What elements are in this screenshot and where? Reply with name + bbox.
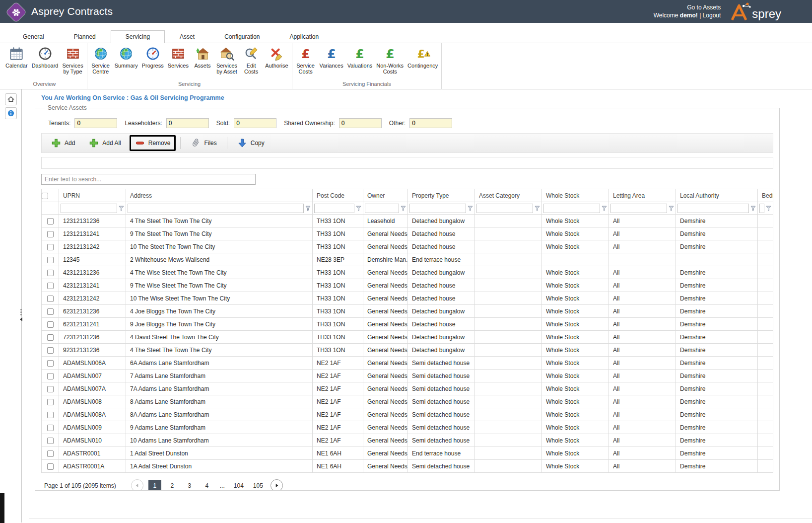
funnel-icon[interactable] [356,206,361,211]
add-button[interactable]: Add [46,135,80,151]
column-header-uprn[interactable]: UPRN [59,189,126,202]
filter-input-letting-area[interactable] [610,204,667,213]
table-row[interactable]: 4231213124210 The Wise Steet The Town Th… [42,292,773,305]
table-row[interactable]: 123121312419 The Steet The Town The City… [42,227,773,240]
ribbon-button-contingency[interactable]: Contingency [406,45,440,70]
panel-splitter[interactable] [17,304,24,326]
row-checkbox[interactable] [47,321,54,328]
row-checkbox[interactable] [47,257,54,263]
ribbon-button-variances[interactable]: Variances [318,45,345,70]
row-checkbox[interactable] [47,334,54,341]
remove-button[interactable]: Remove [130,135,176,151]
row-checkbox[interactable] [47,244,54,250]
row-checkbox[interactable] [47,270,54,276]
funnel-icon[interactable] [669,206,674,211]
copy-button[interactable]: Copy [232,135,270,151]
row-checkbox[interactable] [47,218,54,224]
search-input[interactable] [41,174,256,185]
column-header-whole-stock[interactable]: Whole Stock [542,189,609,202]
add-all-button[interactable]: Add All [83,135,126,151]
column-header-property-type[interactable]: Property Type [408,189,475,202]
table-row[interactable]: 1231213124210 The Steet The Town The Cit… [42,240,773,253]
row-checkbox[interactable] [47,399,54,405]
table-row[interactable]: ADAMSLN0088 Adams Lane StamfordhamNE2 1A… [42,395,773,408]
column-header-address[interactable]: Address [126,189,313,202]
table-row[interactable]: 123121312364 The Steet The Town The City… [42,215,773,227]
ribbon-button-assets[interactable]: Assets [191,45,214,70]
pager-page-2[interactable]: 2 [166,480,179,491]
tab-planned[interactable]: Planned [59,30,111,43]
ribbon-button-service-costs[interactable]: Service Costs [294,45,318,76]
table-row[interactable]: 923121312364 The Steet The Town The City… [42,344,773,357]
table-row[interactable]: ADASTR00011 Adal Street DunstonNE1 6AHGe… [42,447,773,460]
table-row[interactable]: ADAMSLN0077 Adams Lane StamfordhamNE2 1A… [42,370,773,382]
pager-page-105[interactable]: 105 [251,480,266,491]
table-row[interactable]: 423121312419 The Wise Steet The Town The… [42,279,773,292]
row-checkbox[interactable] [47,347,54,354]
row-checkbox[interactable] [47,450,54,457]
column-header-letting-area[interactable]: Letting Area [609,189,676,202]
ribbon-button-summary[interactable]: Summary [113,45,140,70]
ribbon-button-edit-costs[interactable]: Edit Costs [239,45,263,76]
table-row[interactable]: 723121312364 David Street The Town The C… [42,331,773,344]
count-input-sold[interactable] [234,118,276,128]
row-checkbox[interactable] [47,360,54,367]
funnel-icon[interactable] [305,206,311,211]
tab-configuration[interactable]: Configuration [209,30,274,43]
logout-link[interactable]: Logout [703,12,721,19]
home-button[interactable] [5,93,17,105]
ribbon-button-service-centre[interactable]: Service Centre [89,45,113,76]
table-row[interactable]: 123452 Whitehouse Mews WallsendNE28 3EPD… [42,253,773,266]
tab-application[interactable]: Application [275,30,334,43]
ribbon-button-authorise[interactable]: Authorise [263,45,290,70]
row-checkbox[interactable] [47,283,54,289]
info-button[interactable] [5,107,17,119]
column-header-bedro[interactable]: Bedro [758,189,773,202]
pager-page-3[interactable]: 3 [183,480,196,491]
ribbon-button-progress[interactable]: Progress [140,45,166,70]
tab-general[interactable]: General [8,30,59,43]
row-checkbox[interactable] [47,438,54,444]
row-checkbox[interactable] [47,425,54,431]
pager-page-4[interactable]: 4 [201,480,213,491]
column-header-post-code[interactable]: Post Code [313,189,363,202]
row-checkbox[interactable] [47,412,54,418]
ribbon-button-services[interactable]: Services [166,45,191,70]
row-checkbox[interactable] [47,308,54,315]
count-input-tenants[interactable] [74,118,117,128]
column-header-local-authority[interactable]: Local Authority [676,189,758,202]
table-row[interactable]: 623121312364 Joe Bloggs The Town The Cit… [42,305,773,318]
ribbon-button-dashboard[interactable]: Dashboard [30,45,61,70]
pager-prev-button[interactable] [131,479,143,491]
count-input-shared-ownership[interactable] [339,118,382,128]
column-header-asset-category[interactable]: Asset Category [475,189,542,202]
table-row[interactable]: 623121312419 Joe Bloggs The Town The Cit… [42,318,773,331]
filter-input-address[interactable] [128,204,304,213]
ribbon-button-services-by-asset[interactable]: Services by Asset [214,45,239,76]
pager-next-button[interactable] [271,479,283,491]
ribbon-button-non-works-costs[interactable]: Non-Works Costs [374,45,406,76]
ribbon-button-valuations[interactable]: Valuations [345,45,375,70]
funnel-icon[interactable] [119,206,124,211]
pager-page-104[interactable]: 104 [231,480,246,491]
tab-asset[interactable]: Asset [165,30,209,43]
files-button[interactable]: Files [185,135,222,151]
funnel-icon[interactable] [602,206,607,211]
funnel-icon[interactable] [468,206,473,211]
go-to-assets-link[interactable]: Go to Assets [687,3,721,11]
row-checkbox[interactable] [47,231,54,237]
filter-input-post-code[interactable] [314,204,354,213]
table-row[interactable]: ADAMSLN006A6A Adams Lane StamfordhamNE2 … [42,357,773,370]
column-header-owner[interactable]: Owner [363,189,408,202]
filter-input-whole-stock[interactable] [543,204,600,213]
filter-input-bedro[interactable] [759,204,764,213]
table-row[interactable]: ADAMSLN008A8A Adams Lane StamfordhamNE2 … [42,408,773,421]
funnel-icon[interactable] [750,206,756,211]
ribbon-button-services-by-type[interactable]: Services by Type [60,45,85,76]
table-row[interactable]: ADASTR0001A1A Adal Street DunstonNE1 6AH… [42,460,773,473]
select-all-checkbox[interactable] [42,193,48,199]
funnel-icon[interactable] [766,206,771,211]
filter-input-uprn[interactable] [61,204,117,213]
table-row[interactable]: ADAMSLN0099 Adams Lane StamfordhamNE2 1A… [42,421,773,434]
filter-input-local-authority[interactable] [677,204,749,213]
